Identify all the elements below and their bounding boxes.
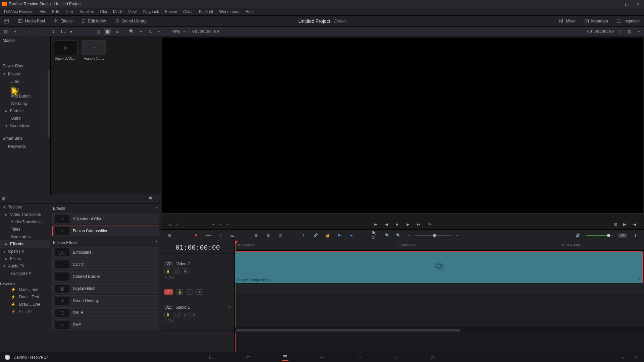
fav-item-0[interactable]: ⚡Dark…hird (0, 286, 50, 293)
timeline-ruler[interactable]: 01:00:00:00 01:00:02:00 01:00:04:00 (235, 241, 644, 251)
tree-scrollbar[interactable] (48, 70, 50, 137)
menu-edit[interactable]: Edit (49, 9, 62, 15)
v1-disable-icon[interactable]: ▣ (196, 289, 203, 295)
powerbin-item-intro[interactable]: Intro (0, 85, 50, 93)
dynamic-trim-tool[interactable]: ⤢ (217, 232, 224, 239)
track-header-a1[interactable]: A1Audio 12.0 🔒 ▢ S M 0 Clip (161, 297, 234, 330)
link-icon[interactable]: 🔗 (312, 232, 319, 239)
fx-colored-border[interactable]: Colored Border (52, 271, 159, 282)
clip-fusion-composition[interactable]: Fusion Composition ✦ (235, 251, 643, 283)
powerbin-master[interactable]: ▾Master (0, 70, 50, 78)
fx-adjustment-clip[interactable]: ▭Adjustment Clip (52, 214, 159, 224)
fx-dslr[interactable]: ▢DSLR (52, 307, 159, 318)
track-lane-v2[interactable]: Fusion Composition ✦ (235, 251, 644, 284)
volume-slider[interactable] (586, 235, 613, 236)
dropdown-icon[interactable]: ▾ (11, 28, 19, 35)
maximize-button[interactable]: ▢ (625, 2, 629, 6)
fav-item-1[interactable]: ⚡Dark…Text (0, 293, 50, 301)
timeline-view-icon[interactable]: ▤ (166, 232, 173, 239)
menu-fairlight[interactable]: Fairlight (196, 9, 216, 15)
powerbin-item-0[interactable]: …eo (0, 78, 50, 85)
nav-back-icon[interactable]: ‹ (26, 28, 33, 35)
custom-zoom-icon[interactable]: 🔍⁺ (396, 232, 403, 239)
fx-toolbox[interactable]: ▾Toolbox (0, 203, 50, 211)
menu-trim[interactable]: Trim (62, 9, 76, 15)
out-icon[interactable]: |◀ (631, 221, 637, 227)
flag-icon[interactable]: ⚑▾ (336, 232, 343, 239)
master-bin[interactable]: Master (0, 36, 50, 45)
menu-clip[interactable]: Clip (97, 9, 110, 15)
viewer-scrubber[interactable] (162, 213, 643, 219)
deliver-page-icon[interactable] (429, 354, 436, 361)
home-icon[interactable]: ⌂ (619, 354, 626, 361)
snapping-icon[interactable]: ⌇ (300, 232, 307, 239)
sidebar-toggle-icon[interactable]: ▥ (2, 28, 9, 35)
play-button[interactable]: ▶ (405, 221, 411, 227)
fx-fusion-composition[interactable]: ✦Fusion Composition (52, 226, 159, 236)
menu-mark[interactable]: Mark (110, 9, 125, 15)
clip-thumb-fusion[interactable]: ✦ Fusion Co… (82, 40, 106, 60)
edit-index-button[interactable]: Edit Index (77, 16, 110, 26)
a1-lock-icon[interactable]: 🔒 (164, 312, 171, 317)
fx-titles[interactable]: Titles (0, 226, 50, 233)
import-icon[interactable]: ⤓ (50, 28, 57, 35)
zoom-percent[interactable]: 44% (172, 29, 180, 34)
v1-lock-icon[interactable]: 🔒 (176, 289, 183, 295)
menu-timeline[interactable]: Timeline (76, 9, 97, 15)
lock-track-icon[interactable]: 🔒 (164, 268, 171, 274)
project-settings-icon[interactable]: ⚙ (633, 354, 639, 361)
fav-item-3[interactable]: ⚡Flip 3D (0, 308, 50, 315)
color-page-icon[interactable] (356, 354, 362, 361)
track-header-v1[interactable]: V1 🔒 ▢ ▣ (161, 287, 234, 297)
blade-tool[interactable]: ▬ (229, 232, 236, 239)
next-marker-icon[interactable]: › (224, 221, 230, 227)
loop-button[interactable]: ↻ (426, 221, 432, 227)
menu-workspace[interactable]: Workspace (217, 9, 242, 15)
fairlight-page-icon[interactable] (392, 354, 399, 361)
effects-button[interactable]: Effects (49, 16, 76, 26)
menu-fusion[interactable]: Fusion (162, 9, 180, 15)
fx-sidebar-toggle-icon[interactable]: ▥ (2, 196, 5, 201)
zoom-slider[interactable] (415, 235, 451, 236)
fx-dve[interactable]: ▱DVE (52, 319, 159, 330)
menu-view[interactable]: View (125, 9, 140, 15)
cut-page-icon[interactable] (245, 354, 252, 361)
clip-thumb-black[interactable]: ▦ black-3701… (54, 40, 77, 60)
fx-cctv[interactable]: CCTV (52, 259, 159, 270)
fx-video-transitions[interactable]: ▸Video Transitions (0, 211, 50, 218)
fx-digital-glitch[interactable]: ▓Digital Glitch (52, 283, 159, 294)
fx-audiofx[interactable]: ▾Audio FX (0, 262, 50, 270)
a1-solo-icon[interactable]: S (182, 312, 189, 317)
fx-fairlight[interactable]: Fairlight FX (0, 270, 50, 277)
lock-icon[interactable]: 🔒 (324, 232, 331, 239)
menu-davinci[interactable]: DaVinci Resolve (1, 9, 36, 15)
viewer-options-icon[interactable]: ⋯ (635, 28, 642, 35)
powerbin-item-countdown[interactable]: ▾Countdown (0, 122, 50, 129)
powerbin-item-outro[interactable]: Outro (0, 115, 50, 122)
detail-zoom-icon[interactable]: 🔍 (384, 232, 391, 239)
fx-drone-overlay[interactable]: ◎Drone Overlay (52, 295, 159, 306)
thumb-view-icon[interactable]: ▦ (104, 28, 111, 35)
volume-icon[interactable]: 🔊 (574, 232, 582, 239)
fx-effects[interactable]: ▸Effects (0, 240, 50, 248)
next-frame-button[interactable]: ⏭ (416, 221, 422, 227)
stop-button[interactable]: ■ (394, 221, 400, 227)
single-viewer-icon[interactable]: ▯ (616, 28, 623, 35)
fx-filters[interactable]: ▸Filters (0, 255, 50, 262)
prev-frame-button[interactable]: ◀ (383, 221, 389, 227)
minimize-button[interactable]: — (613, 2, 618, 6)
list-view-icon[interactable]: ☰ (113, 28, 121, 35)
selection-tool[interactable] (193, 232, 200, 239)
fx-options-icon[interactable]: ⋯ (155, 196, 159, 201)
bypass-icon[interactable]: ▭ (168, 221, 174, 227)
menu-help[interactable]: Help (243, 9, 256, 15)
track-lane-v1[interactable] (235, 284, 644, 294)
powerbin-item-werbung[interactable]: Werbung (0, 100, 50, 107)
sort-icon[interactable]: ⇅ (147, 28, 154, 35)
fx-generators[interactable]: Generators (0, 233, 50, 240)
fx-openfx[interactable]: ▾Open FX (0, 248, 50, 255)
powerbin-item-abo[interactable]: Abo Button (0, 93, 50, 100)
mixer-button[interactable]: Mixer (554, 18, 580, 24)
mute-icon[interactable]: ▮ (632, 232, 639, 239)
smartbin-keywords[interactable]: Keywords (0, 143, 50, 150)
